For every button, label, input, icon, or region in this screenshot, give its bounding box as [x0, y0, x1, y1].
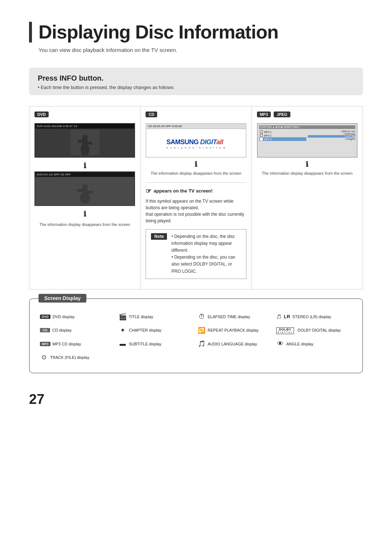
dvd-bar2: DVD KO 1/3 OFF/ 02 OFF — [35, 172, 134, 177]
sd-track-display: ⊙ TRACK (FILE) display — [38, 351, 117, 364]
svg-rect-7 — [82, 185, 87, 198]
cd-bar: CD 02/15 LR OFF 0:02:30 — [146, 124, 245, 129]
dolby-icon: DOLBY D I G I T A L — [276, 327, 294, 334]
press-info-box: Press INFO button. • Each time the butto… — [29, 68, 363, 95]
note-box: Note • Depending on the disc, the disc i… — [146, 229, 246, 279]
audio-icon: 🎵 — [197, 340, 205, 348]
note-bullet1: • Depending on the disc, the disc inform… — [171, 233, 241, 254]
sd-stereo-display: 🎵 LR STEREO (LR) display — [275, 310, 354, 324]
title-sd-text: TITLE display — [129, 315, 153, 319]
svg-rect-9 — [87, 191, 93, 194]
note-lr-icon: 🎵 — [276, 314, 282, 319]
dvd-screen2: DVD KO 1/3 OFF/ 02 OFF — [34, 171, 135, 206]
sd-empty1 — [117, 351, 196, 364]
cd-screen: CD 02/15 LR OFF 0:02:30 SAMSUNG DIGITall… — [146, 123, 246, 158]
svg-rect-2 — [82, 135, 87, 150]
repeat-sd-text: REPEAT PLAYBACK display — [208, 328, 259, 332]
svg-rect-4 — [87, 142, 92, 145]
screen-display-title: Screen Display — [38, 294, 86, 303]
page-number: 27 — [29, 392, 363, 407]
mp3-screen: SORTING ▲ ■ ⊞ ◉ SMART NAVY MP3 1 MP3 2 M… — [257, 123, 358, 158]
screen-display-box: Screen Display DVD DVD display 🎬 TITLE d… — [29, 298, 363, 373]
mp3-item3: MP3 3 — [259, 137, 307, 141]
repeat-icon: 🔁 — [197, 327, 205, 334]
samsung-brand: SAMSUNG DIGITall — [166, 138, 225, 146]
mp3-sd-text: MP3 CD display — [53, 342, 81, 346]
chapter-icon: ✦ — [119, 327, 127, 334]
track-sd-text: TRACK (FILE) display — [50, 355, 89, 360]
mp3-toolbar: SORTING ▲ ■ ⊞ ◉ SMART NAVY — [259, 125, 355, 129]
dvd-badge: DVD — [34, 112, 49, 117]
hand-title-text: appears on the TV screen! — [154, 188, 213, 194]
hand-icon: ☞ — [146, 187, 151, 195]
sd-audio-display: 🎵 AUDIO LANGUAGE display — [196, 337, 275, 351]
angle-sd-text: ANGLE display — [286, 342, 314, 346]
sd-subtitle-display: ▬ SUBTITLE display — [117, 337, 196, 351]
hand-desc1: If this symbol appears on the TV screen … — [146, 198, 246, 211]
subtitle-icon: ▬ — [119, 340, 127, 348]
sd-elapsed-display: ⏱ ELAPSED TIME display — [196, 310, 275, 324]
cd-info-icon: ℹ — [146, 160, 246, 169]
cd-badge: CD — [146, 112, 157, 117]
dolby-sd-text: DOLBY DIGITAL display — [298, 328, 341, 332]
mp3jpeg-column: MP3 JPEG SORTING ▲ ■ ⊞ ◉ SMART NAVY MP3 … — [252, 106, 363, 289]
samsung-tagline: e v e r y o n e ' s i n v i t e d — [166, 146, 225, 149]
cd-disappears-text: The information display disappears from … — [146, 171, 246, 176]
sd-empty3 — [275, 351, 354, 364]
dvd-info-icon2: ℹ — [34, 210, 135, 218]
audio-sd-text: AUDIO LANGUAGE display — [208, 342, 257, 346]
sd-title-display: 🎬 TITLE display — [117, 310, 196, 324]
note-content: • Depending on the disc, the disc inform… — [171, 233, 241, 275]
hand-desc2: that operation is not possible with the … — [146, 211, 246, 224]
screen-display-grid: DVD DVD display 🎬 TITLE display ⏱ ELAPSE… — [38, 310, 354, 364]
mp3-sd-badge: MP3 — [40, 342, 50, 346]
mp3-right2: ♪ Yesterday — [308, 133, 355, 135]
title-icon: 🎬 — [119, 313, 127, 321]
mp3-item1: MP3 1 — [259, 130, 307, 134]
track-icon: ⊙ — [40, 353, 48, 361]
dvd-info-icon1: ℹ — [34, 161, 135, 170]
mp3-info-icon: ℹ — [257, 160, 358, 169]
svg-rect-8 — [77, 189, 83, 192]
hand-symbol-section: ☞ appears on the TV screen! If this symb… — [146, 182, 246, 224]
sd-empty2 — [196, 351, 275, 364]
sd-mp3-display: MP3 MP3 CD display — [38, 337, 117, 351]
sd-angle-display: 👁 ANGLE display — [275, 337, 354, 351]
mp3-right1: ♪ Without You — [308, 130, 355, 133]
dvd-column: DVD DVD 01/01 001/040 0:00:37 1/1 ℹ DVD … — [29, 106, 140, 289]
note-bullet2: • Depending on the disc, you can also se… — [171, 254, 241, 275]
mp3-item2: MP3 2 — [259, 134, 307, 137]
dvd-disappears-text: The information display disappears from … — [34, 222, 135, 227]
dvd-bar1: DVD 01/01 001/040 0:00:37 1/1 — [35, 124, 134, 129]
note-label: Note — [151, 233, 167, 240]
dvd-sd-badge: DVD — [40, 315, 50, 319]
svg-rect-3 — [78, 140, 83, 143]
sd-repeat-display: 🔁 REPEAT PLAYBACK display — [196, 324, 275, 337]
hand-title: ☞ appears on the TV screen! — [146, 187, 246, 195]
dvd-sd-text: DVD display — [53, 315, 75, 319]
display-columns: DVD DVD 01/01 001/040 0:00:37 1/1 ℹ DVD … — [29, 106, 363, 289]
sd-cd-display: CD CD display — [38, 324, 117, 337]
press-info-sub: • Each time the button is pressed, the d… — [38, 85, 354, 90]
mp3-right3: ♪ Let It Be — [308, 135, 355, 138]
chapter-sd-text: CHAPTER display — [129, 328, 162, 332]
cd-sd-text: CD display — [52, 328, 72, 332]
dvd-screen1: DVD 01/01 001/040 0:00:37 1/1 — [34, 123, 135, 158]
sd-chapter-display: ✦ CHAPTER display — [117, 324, 196, 337]
sd-dvd-display: DVD DVD display — [38, 310, 117, 324]
mp3-right4: ♪ Imagine — [308, 138, 355, 140]
mp3-badge: MP3 — [257, 112, 271, 117]
jpeg-badge: JPEG — [274, 112, 290, 117]
page-title: Displaying Disc Information — [29, 22, 363, 42]
mp3jpeg-disappears-text: The information display disappears from … — [257, 171, 358, 176]
cd-sd-badge: CD — [40, 328, 50, 332]
press-info-title: Press INFO button. — [38, 74, 354, 82]
cd-column: CD CD 02/15 LR OFF 0:02:30 SAMSUNG DIGIT… — [140, 106, 252, 289]
sd-dolby-display: DOLBY D I G I T A L DOLBY DIGITAL displa… — [275, 324, 354, 337]
angle-icon: 👁 — [276, 340, 284, 348]
page-subtitle: You can view disc playback information o… — [38, 47, 363, 53]
subtitle-sd-text: SUBTITLE display — [129, 342, 162, 346]
elapsed-icon: ⏱ — [197, 313, 205, 320]
stereo-sd-text: STEREO (LR) display — [292, 315, 331, 319]
lr-badge: LR — [284, 314, 290, 319]
